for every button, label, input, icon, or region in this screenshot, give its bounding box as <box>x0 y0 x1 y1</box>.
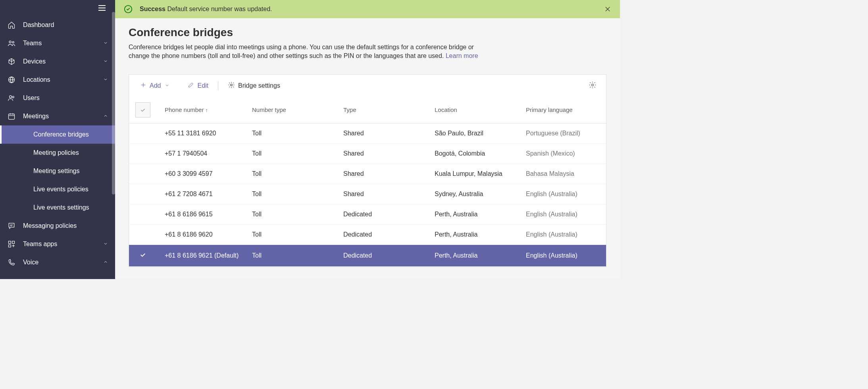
row-select[interactable] <box>129 123 157 143</box>
cell-language: Bahasa Malaysia <box>522 164 606 184</box>
select-all-checkbox[interactable] <box>135 102 150 117</box>
gear-icon <box>228 81 235 90</box>
cell-type: Dedicated <box>339 245 431 266</box>
sort-asc-icon: ↑ <box>205 107 208 113</box>
alert-close-button[interactable] <box>604 6 611 13</box>
cell-phone: +60 3 3099 4597 <box>157 164 248 184</box>
cell-phone: +61 2 7208 4671 <box>157 184 248 204</box>
add-button[interactable]: Add <box>136 79 173 92</box>
svg-point-1 <box>12 41 14 43</box>
table-header-row: Phone number↑ Number type Type Location … <box>129 97 606 123</box>
cell-phone: +61 8 6186 9615 <box>157 204 248 224</box>
sidebar-item-locations[interactable]: Locations <box>0 71 115 89</box>
table-row[interactable]: +61 8 6186 9615 Toll Dedicated Perth, Au… <box>129 204 606 224</box>
learn-more-link[interactable]: Learn more <box>446 52 478 59</box>
bridge-settings-label: Bridge settings <box>238 82 280 89</box>
sidebar-item-voice[interactable]: Voice <box>0 253 115 272</box>
bridge-settings-button[interactable]: Bridge settings <box>224 79 284 92</box>
row-select[interactable] <box>129 184 157 204</box>
svg-point-0 <box>9 41 11 43</box>
sidebar-item-label: Teams <box>23 40 103 47</box>
cell-location: Perth, Australia <box>431 224 522 245</box>
table-row[interactable]: +60 3 3099 4597 Toll Shared Kuala Lumpur… <box>129 164 606 184</box>
col-location[interactable]: Location <box>431 97 522 123</box>
table-row[interactable]: +57 1 7940504 Toll Shared Bogotá, Colomb… <box>129 143 606 164</box>
col-phone[interactable]: Phone number↑ <box>157 97 248 123</box>
cell-location: Kuala Lumpur, Malaysia <box>431 164 522 184</box>
sidebar-item-teams-apps[interactable]: Teams apps <box>0 235 115 253</box>
cell-language: English (Australia) <box>522 204 606 224</box>
cell-phone: +61 8 6186 9621 (Default) <box>157 245 248 266</box>
cell-type: Shared <box>339 123 431 143</box>
cell-type: Shared <box>339 143 431 164</box>
globe-icon <box>7 75 16 84</box>
sidebar-scrollbar[interactable] <box>112 0 115 279</box>
row-select[interactable] <box>129 143 157 164</box>
cell-number-type: Toll <box>248 224 339 245</box>
chevron-down-icon <box>103 76 108 83</box>
cell-location: Bogotá, Colombia <box>431 143 522 164</box>
apps-icon <box>7 240 16 248</box>
sidebar-item-label: Messaging policies <box>23 222 108 229</box>
sidebar: Dashboard Teams Devices Locations Users <box>0 0 115 279</box>
table-row[interactable]: +61 8 6186 9620 Toll Dedicated Perth, Au… <box>129 224 606 245</box>
page-header: Conference bridges Conference bridges le… <box>115 18 620 74</box>
col-type[interactable]: Type <box>339 97 431 123</box>
cell-type: Dedicated <box>339 224 431 245</box>
sidebar-subitem-meeting-settings[interactable]: Meeting settings <box>0 162 115 180</box>
success-alert: Success Default service number was updat… <box>115 0 620 18</box>
table-settings-button[interactable] <box>586 79 599 93</box>
pencil-icon <box>188 82 194 90</box>
col-language[interactable]: Primary language <box>522 97 606 123</box>
phone-icon <box>7 258 16 267</box>
home-icon <box>7 21 16 29</box>
sidebar-item-label: Dashboard <box>23 21 108 29</box>
svg-point-3 <box>10 96 12 98</box>
sidebar-item-teams[interactable]: Teams <box>0 34 115 52</box>
row-select[interactable] <box>129 245 157 266</box>
sidebar-item-label: Locations <box>23 76 103 83</box>
select-all-header[interactable] <box>129 97 157 123</box>
sidebar-item-label: Voice <box>23 259 103 266</box>
sidebar-item-devices[interactable]: Devices <box>0 52 115 71</box>
edit-label: Edit <box>197 82 208 89</box>
alert-text: Success Default service number was updat… <box>140 6 604 13</box>
svg-point-10 <box>231 84 233 86</box>
sidebar-item-meetings[interactable]: Meetings <box>0 107 115 125</box>
edit-button[interactable]: Edit <box>184 79 212 92</box>
row-select[interactable] <box>129 204 157 224</box>
cell-phone: +55 11 3181 6920 <box>157 123 248 143</box>
cell-location: Perth, Australia <box>431 245 522 266</box>
cell-number-type: Toll <box>248 143 339 164</box>
svg-point-11 <box>592 84 594 86</box>
svg-point-4 <box>12 96 14 98</box>
sidebar-item-label: Teams apps <box>23 241 103 248</box>
chevron-up-icon <box>103 259 108 266</box>
table-row[interactable]: +61 2 7208 4671 Toll Shared Sydney, Aust… <box>129 184 606 204</box>
success-icon <box>124 5 133 13</box>
sidebar-item-dashboard[interactable]: Dashboard <box>0 16 115 34</box>
chat-icon <box>7 221 16 230</box>
sidebar-subitem-conference-bridges[interactable]: Conference bridges <box>0 125 115 144</box>
sidebar-subitem-meeting-policies[interactable]: Meeting policies <box>0 144 115 162</box>
chevron-down-icon <box>103 58 108 65</box>
cell-number-type: Toll <box>248 184 339 204</box>
chevron-down-icon <box>103 40 108 47</box>
device-icon <box>7 57 16 66</box>
cell-language: Portuguese (Brazil) <box>522 123 606 143</box>
sidebar-subitem-live-events-policies[interactable]: Live events policies <box>0 180 115 198</box>
cell-language: English (Australia) <box>522 245 606 266</box>
row-select[interactable] <box>129 164 157 184</box>
sidebar-item-messaging-policies[interactable]: Messaging policies <box>0 217 115 235</box>
table-row[interactable]: +55 11 3181 6920 Toll Shared São Paulo, … <box>129 123 606 143</box>
col-number-type[interactable]: Number type <box>248 97 339 123</box>
table-row[interactable]: +61 8 6186 9621 (Default) Toll Dedicated… <box>129 245 606 266</box>
scrollbar-thumb[interactable] <box>112 12 115 194</box>
bridges-table: Phone number↑ Number type Type Location … <box>129 97 606 267</box>
page-description: Conference bridges let people dial into … <box>129 43 486 61</box>
sidebar-subitem-live-events-settings[interactable]: Live events settings <box>0 198 115 217</box>
cell-number-type: Toll <box>248 123 339 143</box>
row-select[interactable] <box>129 224 157 245</box>
hamburger-menu[interactable] <box>0 0 115 16</box>
sidebar-item-users[interactable]: Users <box>0 89 115 107</box>
